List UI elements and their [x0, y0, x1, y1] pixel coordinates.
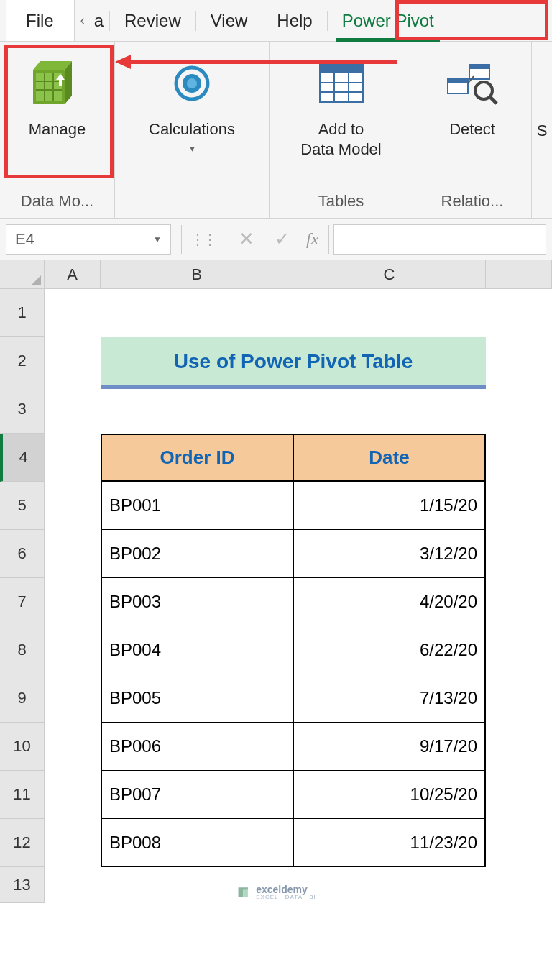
- table-row: BP00811/23/20: [45, 819, 552, 867]
- tabs-collapse-icon[interactable]: ‹: [75, 0, 91, 41]
- row-header[interactable]: 5: [0, 482, 44, 530]
- worksheet-grid: A B C 12345678910111213 Use of Power Piv…: [0, 260, 552, 903]
- cell-order[interactable]: BP005: [101, 674, 293, 723]
- table-header-order: Order ID: [101, 434, 293, 482]
- manage-button[interactable]: Manage: [0, 42, 115, 188]
- tab-power-pivot[interactable]: Power Pivot: [328, 0, 448, 41]
- tab-review[interactable]: Review: [110, 0, 196, 41]
- cell-order[interactable]: BP007: [101, 771, 293, 819]
- manage-label: Manage: [29, 119, 86, 139]
- cell-date[interactable]: 10/25/20: [293, 771, 486, 819]
- fx-icon[interactable]: fx: [300, 229, 324, 249]
- manage-icon: [32, 55, 83, 112]
- table-row: BP0034/20/20: [45, 578, 552, 626]
- formula-input[interactable]: [334, 224, 546, 255]
- table-row: BP0069/17/20: [45, 723, 552, 771]
- cell-order[interactable]: BP001: [101, 482, 293, 530]
- calculations-icon: [172, 55, 212, 112]
- watermark-sub: EXCEL · DATA · BI: [256, 894, 316, 900]
- overflow-button[interactable]: S: [534, 42, 551, 188]
- table-row: BP0057/13/20: [45, 674, 552, 723]
- svg-rect-18: [469, 65, 489, 69]
- calculations-button[interactable]: Calculations ▾: [115, 42, 270, 188]
- column-header-c[interactable]: C: [293, 260, 486, 288]
- row-header[interactable]: 2: [0, 337, 44, 385]
- table-header-date: Date: [293, 434, 486, 482]
- cell-order[interactable]: BP008: [101, 819, 293, 867]
- cell-date[interactable]: 3/12/20: [293, 530, 486, 578]
- row-header[interactable]: 10: [0, 723, 44, 771]
- cell-order[interactable]: BP003: [101, 578, 293, 626]
- cell-date[interactable]: 6/22/20: [293, 626, 486, 674]
- cell-date[interactable]: 9/17/20: [293, 723, 486, 771]
- svg-line-21: [489, 96, 497, 104]
- add-label-2: Data Model: [300, 139, 382, 160]
- ribbon-group-overflow: S: [532, 42, 552, 218]
- row-header[interactable]: 12: [0, 819, 44, 867]
- group-label-calc: [115, 188, 269, 218]
- ribbon-group-calculations: Calculations ▾: [115, 42, 270, 218]
- cell-date[interactable]: 1/15/20: [293, 482, 486, 530]
- table-row: BP0011/15/20: [45, 482, 552, 530]
- row-header[interactable]: 7: [0, 578, 44, 626]
- svg-rect-10: [320, 65, 363, 73]
- table-icon: [318, 55, 364, 112]
- row-header[interactable]: 8: [0, 626, 44, 674]
- add-to-data-model-button[interactable]: Add to Data Model: [270, 42, 413, 188]
- tab-file[interactable]: File: [6, 0, 75, 41]
- separator: [224, 225, 224, 254]
- group-label-tables: Tables: [270, 188, 413, 218]
- cell-date[interactable]: 7/13/20: [293, 674, 486, 723]
- svg-rect-1: [36, 73, 62, 101]
- row-header[interactable]: 3: [0, 385, 44, 434]
- row-header[interactable]: 4: [0, 434, 44, 482]
- column-header-next[interactable]: [486, 260, 552, 288]
- row-header[interactable]: 1: [0, 289, 44, 337]
- sheet-title: Use of Power Pivot Table: [101, 337, 486, 385]
- tab-view[interactable]: View: [196, 0, 262, 41]
- cell-order[interactable]: BP004: [101, 626, 293, 674]
- table-row: BP0046/22/20: [45, 626, 552, 674]
- svg-point-8: [187, 78, 197, 88]
- tab-help[interactable]: Help: [262, 0, 326, 41]
- add-label-1: Add to: [318, 119, 364, 139]
- group-label-data-model: Data Mo...: [0, 188, 114, 218]
- column-header-b[interactable]: B: [101, 260, 293, 288]
- cancel-formula-button[interactable]: ✕: [229, 228, 264, 250]
- tab-hidden-fragment[interactable]: a: [91, 0, 109, 41]
- formula-bar: E4 ▼ ⋮⋮ ✕ ✓ fx: [0, 219, 552, 260]
- watermark-icon: [236, 885, 250, 899]
- ribbon-group-tables: Add to Data Model Tables: [270, 42, 413, 218]
- watermark-brand: exceldemy: [256, 884, 316, 894]
- watermark: exceldemy EXCEL · DATA · BI: [236, 884, 316, 900]
- row-header[interactable]: 13: [0, 867, 44, 903]
- column-headers: A B C: [45, 260, 552, 289]
- row-header[interactable]: 6: [0, 530, 44, 578]
- separator: [181, 225, 182, 254]
- select-all-corner[interactable]: [0, 260, 45, 289]
- row-headers: 12345678910111213: [0, 289, 45, 903]
- cell-order[interactable]: BP006: [101, 723, 293, 771]
- group-label-relationships: Relatio...: [413, 188, 531, 218]
- row-header[interactable]: 11: [0, 771, 44, 819]
- table-row: BP0023/12/20: [45, 530, 552, 578]
- calculations-label: Calculations: [149, 119, 235, 139]
- ribbon-body: Manage Data Mo... Calculations ▾: [0, 42, 552, 219]
- name-box[interactable]: E4 ▼: [6, 224, 171, 255]
- separator: [328, 225, 329, 254]
- detect-icon: [446, 55, 498, 112]
- cells-area[interactable]: Use of Power Pivot Table Order ID Date B…: [45, 289, 552, 903]
- cell-date[interactable]: 4/20/20: [293, 578, 486, 626]
- detect-button[interactable]: Detect: [413, 42, 532, 188]
- row-header[interactable]: 9: [0, 674, 44, 723]
- column-header-a[interactable]: A: [45, 260, 101, 288]
- drag-handle-icon[interactable]: ⋮⋮: [186, 231, 219, 248]
- cell-date[interactable]: 11/23/20: [293, 819, 486, 867]
- confirm-formula-button[interactable]: ✓: [264, 228, 300, 250]
- chevron-down-icon[interactable]: ▼: [153, 234, 162, 244]
- title-underline: [101, 385, 486, 389]
- cell-order[interactable]: BP002: [101, 530, 293, 578]
- ribbon-group-data-model: Manage Data Mo...: [0, 42, 115, 218]
- ribbon-group-relationships: Detect Relatio...: [413, 42, 532, 218]
- svg-rect-16: [448, 79, 468, 83]
